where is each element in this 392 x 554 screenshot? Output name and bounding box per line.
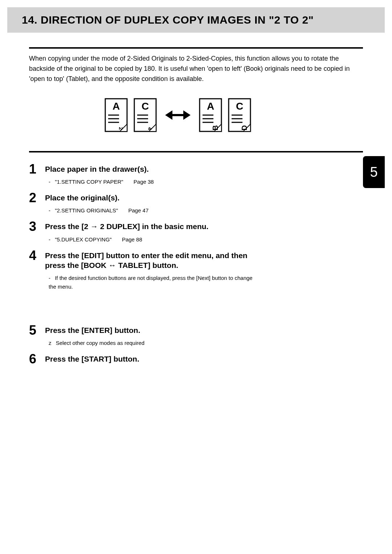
divider-top (29, 47, 363, 49)
step-number: 4 (29, 249, 45, 292)
step-title: Press the [ENTER] button. (45, 325, 261, 335)
chapter-tab: 5 (363, 156, 385, 188)
svg-marker-12 (183, 110, 191, 120)
step-subtext: - If the desired function buttons are no… (49, 274, 261, 291)
page-content: When copying under the mode of 2-Sided O… (29, 47, 363, 366)
step-title: Place paper in the drawer(s). (45, 164, 261, 174)
step-title: Press the [EDIT] button to enter the edi… (45, 250, 261, 270)
diagram-label: C (142, 101, 149, 112)
step-1: 1 Place paper in the drawer(s). - "1.SET… (29, 163, 261, 186)
intro-paragraph: When copying under the mode of 2-Sided O… (29, 54, 363, 84)
double-arrow-icon (165, 110, 191, 120)
diagram-label: B (211, 125, 219, 130)
step-subtext: - "2.SETTING ORIGINALS" Page 47 (49, 206, 261, 215)
step-subtext: z Select other copy modes as required (49, 339, 261, 347)
section-title: 14. DIRECTION OF DUPLEX COPY IMAGES IN "… (22, 14, 385, 26)
diagram-label: 2 (118, 127, 124, 130)
step-number: 2 (29, 191, 45, 215)
step-title: Press the [START] button. (45, 354, 261, 364)
step-3: 3 Press the [2 → 2 DUPLEX] in the basic … (29, 220, 261, 244)
diagram-illustration: A 2 C 4 (29, 95, 363, 140)
step-5: 5 Press the [ENTER] button. z Select oth… (29, 324, 261, 347)
step-title: Place the original(s). (45, 193, 261, 203)
diagram-label: 4 (147, 127, 153, 130)
step-subtext: - "5.DUPLEX COPYING" Page 88 (49, 235, 261, 244)
diagram-label: C (236, 101, 243, 112)
step-6: 6 Press the [START] button. (29, 353, 261, 366)
diagram-label: A (113, 101, 120, 112)
section-header: 14. DIRECTION OF DUPLEX COPY IMAGES IN "… (7, 7, 385, 33)
steps-list: 1 Place paper in the drawer(s). - "1.SET… (29, 163, 261, 366)
step-number: 3 (29, 220, 45, 244)
step-title: Press the [2 → 2 DUPLEX] in the basic me… (45, 221, 261, 231)
step-number: 5 (29, 324, 45, 347)
step-number: 1 (29, 163, 45, 186)
duplex-diagram-icon: A 2 C 4 (102, 95, 290, 139)
diagram-label: A (207, 101, 214, 112)
divider-mid (29, 151, 363, 152)
svg-marker-11 (165, 110, 172, 120)
diagram-label: D (240, 125, 248, 130)
step-4: 4 Press the [EDIT] button to enter the e… (29, 249, 261, 292)
step-2: 2 Place the original(s). - "2.SETTING OR… (29, 191, 261, 215)
step-subtext: - "1.SETTING COPY PAPER" Page 38 (49, 178, 261, 186)
step-number: 6 (29, 353, 45, 366)
